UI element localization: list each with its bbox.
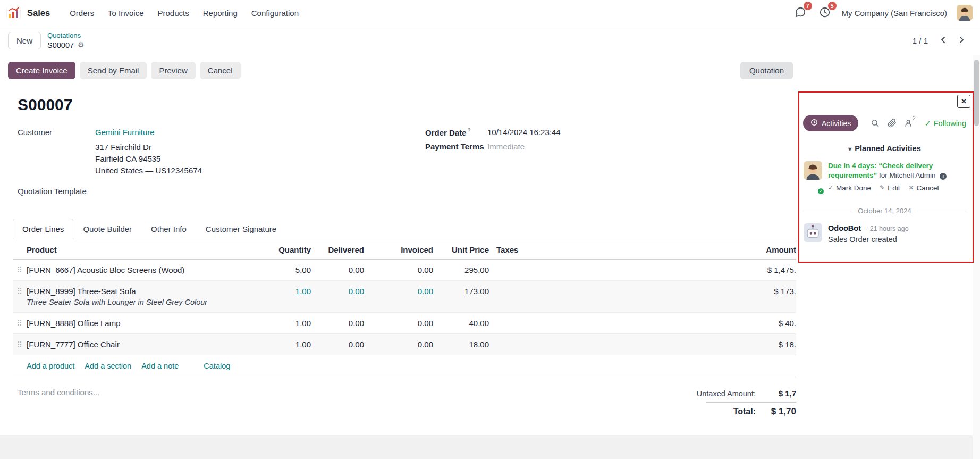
paperclip-icon[interactable] bbox=[888, 119, 897, 128]
product-cell[interactable]: [FURN_8999] Three-Seat Sofa Three Seater… bbox=[27, 287, 260, 306]
preview-button[interactable]: Preview bbox=[151, 62, 195, 79]
activity-state-check-icon: ✓ bbox=[817, 187, 825, 195]
quantity-cell[interactable]: 5.00 bbox=[260, 265, 311, 274]
menu-to-invoice[interactable]: To Invoice bbox=[102, 5, 150, 21]
navbar-left: Sales Orders To Invoice Products Reporti… bbox=[6, 5, 305, 21]
user-avatar[interactable] bbox=[957, 5, 973, 21]
terms-placeholder[interactable]: Terms and conditions... bbox=[18, 388, 99, 418]
activity-due: Due in 4 days: bbox=[828, 162, 877, 170]
form-column: Create Invoice Send by Email Preview Can… bbox=[0, 55, 796, 459]
edit-activity-button[interactable]: ✎ Edit bbox=[880, 183, 900, 193]
unit-price-cell[interactable]: 295.00 bbox=[433, 265, 489, 274]
product-cell[interactable]: [FURN_7777] Office Chair bbox=[27, 340, 260, 349]
menu-products[interactable]: Products bbox=[152, 5, 195, 21]
send-by-email-button[interactable]: Send by Email bbox=[80, 62, 147, 79]
activities-button[interactable]: Activities bbox=[803, 115, 858, 131]
sheet-footer: Terms and conditions... Untaxed Amount: … bbox=[18, 388, 796, 418]
mark-done-button[interactable]: ✓ Mark Done bbox=[828, 183, 871, 193]
product-cell[interactable]: [FURN_8888] Office Lamp bbox=[27, 319, 260, 328]
tab-customer-signature[interactable]: Customer Signature bbox=[196, 219, 286, 239]
unit-price-cell[interactable]: 173.00 bbox=[433, 287, 489, 296]
unit-price-cell[interactable]: 18.00 bbox=[433, 340, 489, 349]
chatter-icons: 2 ✓ Following bbox=[871, 119, 966, 128]
search-icon[interactable] bbox=[871, 119, 880, 128]
delivered-cell[interactable]: 0.00 bbox=[311, 265, 364, 274]
drag-handle-icon[interactable]: ⠿ bbox=[13, 319, 27, 327]
quantity-cell[interactable]: 1.00 bbox=[260, 340, 311, 349]
vertical-scrollbar[interactable] bbox=[973, 55, 980, 459]
invoiced-cell[interactable]: 0.00 bbox=[364, 319, 433, 328]
navbar-right: 7 5 My Company (San Francisco) bbox=[793, 5, 973, 21]
product-cell[interactable]: [FURN_6667] Acoustic Bloc Screens (Wood) bbox=[27, 265, 260, 274]
payment-terms-label: Payment Terms bbox=[425, 142, 487, 151]
drag-handle-icon[interactable]: ⠿ bbox=[13, 340, 27, 348]
add-note-link[interactable]: Add a note bbox=[141, 362, 179, 370]
quantity-cell[interactable]: 1.00 bbox=[260, 319, 311, 328]
chatter-panel: ✕ Activities bbox=[796, 55, 980, 459]
total-label: Total: bbox=[733, 407, 756, 416]
activity-avatar[interactable]: ✓ bbox=[804, 161, 822, 193]
amount-cell: $ 40. bbox=[735, 319, 796, 328]
tab-quote-builder[interactable]: Quote Builder bbox=[73, 219, 141, 239]
notebook-tabs: Order Lines Quote Builder Other Info Cus… bbox=[13, 219, 796, 239]
pager-next-button[interactable] bbox=[953, 33, 969, 49]
unit-price-cell[interactable]: 40.00 bbox=[433, 319, 489, 328]
info-icon[interactable]: i bbox=[940, 173, 947, 180]
followers-icon[interactable]: 2 bbox=[905, 119, 917, 128]
drag-handle-icon[interactable]: ⠿ bbox=[13, 265, 27, 274]
address-line: United States — US12345674 bbox=[95, 165, 425, 177]
delivered-cell[interactable]: 0.00 bbox=[311, 340, 364, 349]
delivered-cell[interactable]: 0.00 bbox=[311, 319, 364, 328]
chevron-right-icon bbox=[957, 36, 966, 46]
tab-other-info[interactable]: Other Info bbox=[141, 219, 196, 239]
apps-grid-icon[interactable] bbox=[6, 6, 21, 20]
form-sheet: S00007 Customer Gemini Furniture 317 Fai… bbox=[0, 85, 796, 418]
chevron-left-icon bbox=[939, 36, 948, 46]
drag-handle-icon[interactable]: ⠿ bbox=[13, 287, 27, 295]
create-invoice-button[interactable]: Create Invoice bbox=[8, 62, 75, 79]
table-row: ⠿ [FURN_7777] Office Chair 1.00 0.00 0.0… bbox=[13, 334, 796, 355]
status-badge-quotation[interactable]: Quotation bbox=[740, 62, 793, 79]
quotation-template-label: Quotation Template bbox=[18, 187, 95, 196]
delivered-cell[interactable]: 0.00 bbox=[311, 287, 364, 296]
gear-icon[interactable]: ⚙ bbox=[78, 40, 85, 50]
new-button[interactable]: New bbox=[8, 32, 41, 49]
top-navbar: Sales Orders To Invoice Products Reporti… bbox=[0, 0, 980, 26]
catalog-link[interactable]: Catalog bbox=[204, 362, 230, 370]
pager-previous-button[interactable] bbox=[935, 33, 951, 49]
menu-orders[interactable]: Orders bbox=[64, 5, 100, 21]
invoiced-cell[interactable]: 0.00 bbox=[364, 287, 433, 296]
message-timestamp: - 21 hours ago bbox=[866, 225, 909, 232]
fields-left-column: Customer Gemini Furniture 317 Fairchild … bbox=[18, 128, 425, 201]
quantity-cell[interactable]: 1.00 bbox=[260, 287, 311, 296]
invoiced-cell[interactable]: 0.00 bbox=[364, 340, 433, 349]
action-button-bar: Create Invoice Send by Email Preview Can… bbox=[0, 55, 796, 85]
breadcrumb: Quotations S00007 ⚙ bbox=[47, 31, 85, 49]
table-header-row: Product Quantity Delivered Invoiced Unit… bbox=[13, 239, 796, 260]
date-divider: October 14, 2024 bbox=[803, 207, 966, 215]
address-line: 317 Fairchild Dr bbox=[95, 141, 425, 153]
breadcrumb-quotations[interactable]: Quotations bbox=[47, 31, 85, 40]
chatter-toolbar: Activities bbox=[803, 115, 966, 131]
cancel-activity-button[interactable]: ✕ Cancel bbox=[908, 183, 939, 193]
company-switcher[interactable]: My Company (San Francisco) bbox=[842, 9, 947, 18]
invoiced-cell[interactable]: 0.00 bbox=[364, 265, 433, 274]
app-name[interactable]: Sales bbox=[27, 8, 50, 18]
tab-order-lines[interactable]: Order Lines bbox=[13, 219, 73, 239]
cancel-button[interactable]: Cancel bbox=[200, 62, 241, 79]
activities-menu-button[interactable]: 5 bbox=[817, 5, 832, 21]
amount-cell: $ 1,475. bbox=[735, 265, 796, 274]
close-icon[interactable]: ✕ bbox=[957, 95, 970, 108]
totals-divider bbox=[706, 402, 796, 403]
messages-button[interactable]: 7 bbox=[793, 5, 808, 21]
add-section-link[interactable]: Add a section bbox=[85, 362, 131, 370]
order-date-field[interactable]: 10/14/2024 16:23:44 bbox=[487, 128, 561, 137]
menu-reporting[interactable]: Reporting bbox=[197, 5, 243, 21]
planned-activities-header[interactable]: ▾Planned Activities bbox=[803, 144, 966, 153]
scrollbar-thumb[interactable] bbox=[974, 60, 979, 126]
customer-link[interactable]: Gemini Furniture bbox=[95, 128, 155, 137]
add-product-link[interactable]: Add a product bbox=[27, 362, 74, 370]
payment-terms-field[interactable]: Immediate bbox=[487, 142, 525, 151]
following-button[interactable]: ✓ Following bbox=[925, 119, 966, 128]
menu-configuration[interactable]: Configuration bbox=[246, 5, 305, 21]
